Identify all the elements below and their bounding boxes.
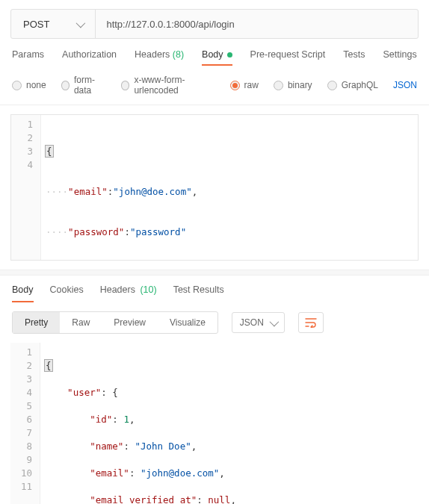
tab-headers-count: (8) [173, 49, 184, 60]
response-tab-headers-count: (10) [140, 284, 156, 295]
tab-body[interactable]: Body [202, 49, 232, 64]
tab-tests[interactable]: Tests [343, 49, 365, 64]
radio-graphql-label: GraphQL [342, 80, 378, 90]
response-tab-tests[interactable]: Test Results [173, 284, 224, 299]
request-gutter: 1234 [11, 115, 41, 261]
response-format-select[interactable]: JSON [232, 312, 285, 333]
url-input[interactable] [96, 10, 418, 38]
radio-formdata-label: form-data [74, 75, 106, 96]
radio-circle-icon [61, 81, 70, 90]
response-tab-headers[interactable]: Headers (10) [100, 284, 157, 299]
response-tab-body[interactable]: Body [12, 284, 34, 299]
chevron-down-icon [269, 317, 279, 326]
http-method-label: POST [23, 19, 49, 30]
response-tab-headers-label: Headers [100, 284, 135, 295]
radio-none-label: none [26, 80, 46, 90]
radio-graphql[interactable]: GraphQL [327, 80, 378, 90]
body-modified-indicator [227, 52, 232, 57]
view-visualize[interactable]: Visualize [158, 312, 217, 333]
request-code: { ····"email":"john@doe.com", ····"passw… [41, 115, 202, 261]
request-body-editor[interactable]: 1234 { ····"email":"john@doe.com", ····"… [10, 114, 419, 261]
view-raw[interactable]: Raw [60, 312, 102, 333]
wrap-lines-button[interactable] [298, 312, 324, 333]
view-modes: Pretty Raw Preview Visualize [12, 311, 218, 334]
radio-none[interactable]: none [12, 80, 46, 90]
tab-params[interactable]: Params [12, 49, 44, 64]
radio-circle-icon [121, 81, 129, 90]
chevron-down-icon [76, 18, 86, 28]
tab-prerequest[interactable]: Pre-request Script [250, 49, 326, 64]
tab-body-label: Body [202, 49, 223, 60]
tab-authorization[interactable]: Authorization [62, 49, 117, 64]
radio-binary-label: binary [288, 80, 312, 90]
tab-settings[interactable]: Settings [383, 49, 416, 64]
tab-headers[interactable]: Headers (8) [135, 49, 184, 64]
radio-circle-icon [230, 81, 240, 90]
radio-raw[interactable]: raw [230, 80, 259, 90]
request-tabs: Params Authorization Headers (8) Body Pr… [0, 39, 429, 72]
response-tabs: Body Cookies Headers (10) Test Results [0, 276, 429, 305]
radio-circle-icon [327, 81, 337, 90]
pane-divider[interactable] [0, 270, 429, 276]
request-bar: POST [10, 9, 419, 39]
tab-headers-label: Headers [135, 49, 170, 60]
view-pretty[interactable]: Pretty [13, 312, 60, 333]
radio-xform[interactable]: x-www-form-urlencoded [121, 75, 215, 96]
view-preview[interactable]: Preview [102, 312, 158, 333]
response-gutter: 1234567891011 [10, 343, 40, 504]
wrap-icon [305, 317, 317, 328]
view-bar: Pretty Raw Preview Visualize JSON [0, 305, 429, 338]
radio-formdata[interactable]: form-data [61, 75, 106, 96]
body-format-select[interactable]: JSON [393, 80, 417, 90]
radio-xform-label: x-www-form-urlencoded [134, 75, 214, 96]
response-format-label: JSON [240, 317, 264, 328]
radio-raw-label: raw [244, 80, 259, 90]
response-code: { "user": { "id": 1, "name": "John Doe",… [40, 343, 370, 504]
radio-binary[interactable]: binary [274, 80, 312, 90]
response-tab-cookies[interactable]: Cookies [50, 284, 84, 299]
http-method-select[interactable]: POST [11, 10, 96, 38]
radio-circle-icon [12, 81, 22, 90]
body-type-row: none form-data x-www-form-urlencoded raw… [0, 72, 429, 105]
radio-circle-icon [274, 81, 283, 90]
response-body-editor[interactable]: 1234567891011 { "user": { "id": 1, "name… [10, 343, 419, 504]
